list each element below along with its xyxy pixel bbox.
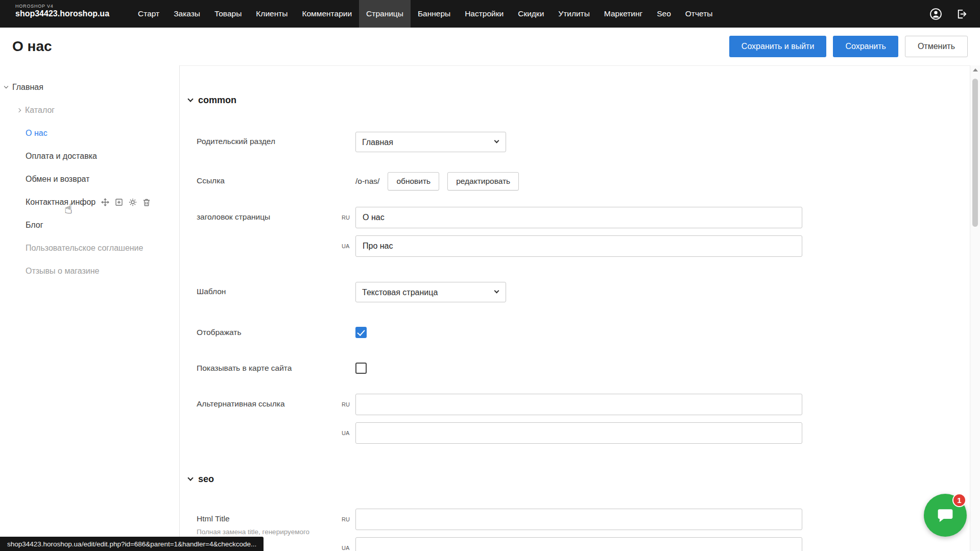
sidebar-item-label: Каталог: [25, 106, 55, 115]
page-title-ua-input[interactable]: [355, 235, 802, 257]
settings-gear-icon[interactable]: [128, 198, 137, 207]
drag-move-icon[interactable]: [101, 198, 110, 207]
sidebar-item-obmen-vozvrat[interactable]: Обмен и возврат: [0, 167, 179, 190]
sidebar-item-label: О нас: [26, 129, 47, 138]
sidebar-item-label: Обмен и возврат: [26, 175, 89, 184]
nav-item-comments[interactable]: Комментарии: [295, 0, 359, 28]
link-path: /o-nas/: [355, 177, 379, 186]
parent-section-select[interactable]: Главная: [355, 132, 506, 152]
nav-item-start[interactable]: Старт: [131, 0, 166, 28]
page-title-ru-input[interactable]: [355, 207, 802, 228]
nav-item-settings[interactable]: Настройки: [458, 0, 511, 28]
cancel-button[interactable]: Отменить: [905, 36, 968, 57]
field-label-block: Html Title Полная замена title, генериру…: [197, 509, 355, 537]
section-title: seo: [198, 474, 214, 485]
nav-item-products[interactable]: Товары: [207, 0, 249, 28]
nav-item-seo[interactable]: Seo: [650, 0, 678, 28]
field-html-title: Html Title Полная замена title, генериру…: [188, 509, 970, 551]
status-url-text: shop34423.horoshop.ua/edit/edit.php?id=6…: [7, 540, 256, 548]
top-navbar: HOROSHOP V4 shop34423.horoshop.ua Старт …: [0, 0, 980, 28]
chevron-down-icon: [187, 475, 193, 481]
logout-icon[interactable]: [954, 7, 968, 20]
chat-widget-button[interactable]: 1: [924, 494, 967, 537]
field-label: Альтернативная ссылка: [197, 394, 355, 409]
field-label: заголовок страницы: [197, 207, 355, 222]
add-page-icon[interactable]: [114, 198, 124, 207]
section-seo-toggle[interactable]: seo: [188, 473, 970, 485]
field-label: Шаблон: [197, 282, 355, 296]
sidebar-item-o-nas[interactable]: О нас: [0, 122, 179, 145]
nav-item-reports[interactable]: Отчеты: [678, 0, 720, 28]
nav-item-orders[interactable]: Заказы: [166, 0, 207, 28]
alt-link-ru-input[interactable]: [355, 394, 802, 415]
sidebar-item-glavnaya[interactable]: Главная: [0, 76, 179, 99]
lang-tag-ua: UA: [342, 243, 349, 249]
delete-trash-icon[interactable]: [142, 198, 151, 207]
sidebar-item-label: Пользовательское соглашение: [26, 244, 143, 253]
sidebar-item-label: Отзывы о магазине: [26, 267, 100, 276]
input-row-ua: UA: [355, 235, 802, 257]
account-icon[interactable]: [929, 7, 942, 20]
brand[interactable]: HOROSHOP V4 shop34423.horoshop.ua: [0, 0, 131, 28]
scroll-up-button[interactable]: [970, 65, 980, 75]
html-title-ru-input[interactable]: [355, 509, 802, 530]
link-controls: /o-nas/ обновить редактировать: [355, 172, 527, 190]
lang-tag-ua: UA: [342, 545, 349, 551]
template-select-wrap: Текстовая страница: [355, 282, 506, 302]
field-label: Родительский раздел: [197, 132, 355, 146]
html-title-ua-input[interactable]: [355, 537, 802, 551]
lang-tag-ru: RU: [342, 214, 350, 221]
sidebar-item-oplata-dostavka[interactable]: Оплата и доставка: [0, 145, 179, 167]
field-label: Ссылка: [197, 172, 355, 185]
input-row-ru: RU: [355, 394, 802, 415]
save-exit-button[interactable]: Сохранить и выйти: [729, 36, 827, 57]
status-url-bar: shop34423.horoshop.ua/edit/edit.php?id=6…: [0, 537, 264, 551]
html-title-inputs: RU UA: [355, 509, 802, 551]
nav-item-clients[interactable]: Клиенты: [249, 0, 295, 28]
edit-link-button[interactable]: редактировать: [447, 172, 519, 190]
nav-item-banners[interactable]: Баннеры: [411, 0, 458, 28]
parent-section-select-wrap: Главная: [355, 132, 506, 152]
input-row-ru: RU: [355, 207, 802, 228]
template-select[interactable]: Текстовая страница: [355, 282, 506, 302]
display-checkbox[interactable]: [355, 327, 367, 338]
scroll-thumb[interactable]: [972, 79, 978, 227]
pages-tree-sidebar: Главная Каталог О нас Оплата и доставка …: [0, 65, 180, 551]
sidebar-item-blog[interactable]: Блог: [0, 213, 179, 236]
input-row-ru: RU: [355, 509, 802, 530]
nav-item-discounts[interactable]: Скидки: [511, 0, 551, 28]
sidebar-item-otzyvy[interactable]: Отзывы о магазине: [0, 259, 179, 282]
alt-link-ua-input[interactable]: [355, 422, 802, 444]
field-display: Отображать: [188, 327, 970, 338]
lang-tag-ua: UA: [342, 430, 349, 436]
chevron-right-icon: [17, 108, 21, 112]
nav-item-utilities[interactable]: Утилиты: [551, 0, 597, 28]
sidebar-item-label: Контактная инфор: [26, 198, 95, 207]
chevron-down-icon: [4, 84, 8, 88]
field-label: Отображать: [197, 327, 355, 338]
alt-link-inputs: RU UA: [355, 394, 802, 444]
main-menu: Старт Заказы Товары Клиенты Комментарии …: [131, 0, 720, 28]
header-actions: Сохранить и выйти Сохранить Отменить: [729, 36, 968, 57]
nav-item-marketing[interactable]: Маркетинг: [597, 0, 650, 28]
field-label: Показывать в карте сайта: [197, 363, 355, 374]
sitemap-checkbox[interactable]: [355, 363, 367, 374]
brand-domain: shop34423.horoshop.ua: [15, 9, 109, 18]
sidebar-item-katalog[interactable]: Каталог: [0, 99, 179, 122]
navbar-right: [929, 0, 980, 28]
page-title: О нас: [12, 38, 52, 55]
section-common-toggle[interactable]: common: [188, 94, 970, 106]
scrollbar[interactable]: [970, 65, 980, 551]
refresh-link-button[interactable]: обновить: [388, 172, 439, 190]
unread-badge: 1: [952, 493, 966, 507]
page-title-inputs: RU UA: [355, 207, 802, 257]
tree-item-actions: [101, 198, 151, 207]
sidebar-item-polzovatelskoe[interactable]: Пользовательское соглашение: [0, 236, 179, 259]
lang-tag-ru: RU: [342, 516, 350, 522]
brand-version: HOROSHOP V4: [15, 4, 109, 9]
sidebar-item-label: Главная: [12, 83, 43, 92]
nav-item-pages[interactable]: Страницы: [359, 0, 411, 28]
scroll-up-arrow-icon: [973, 68, 978, 71]
sidebar-item-kontaktnaya[interactable]: Контактная инфор: [0, 190, 179, 213]
save-button[interactable]: Сохранить: [833, 36, 898, 57]
